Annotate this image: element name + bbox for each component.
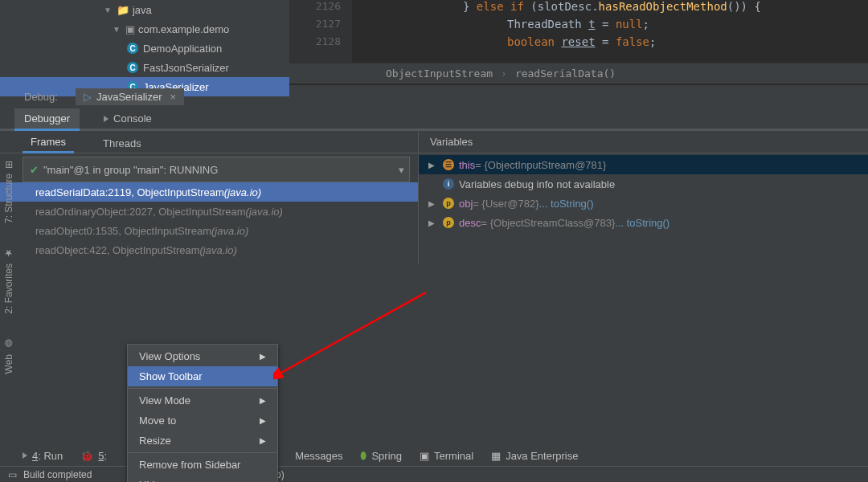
stack-frame[interactable]: main:28, JavaSerializer (com.example.dem… xyxy=(0,259,418,264)
expand-icon: ▼ xyxy=(104,6,117,14)
chevron-right-icon: ▶ xyxy=(260,396,266,405)
project-tree[interactable]: ▼ 📁 java ▼ ▣ com.example.demo C DemoAppl… xyxy=(0,0,289,84)
terminal-icon: ▣ xyxy=(420,450,429,462)
menu-resize[interactable]: Resize▶ xyxy=(128,431,277,451)
menu-remove-sidebar[interactable]: Remove from Sidebar xyxy=(128,455,277,475)
console-icon xyxy=(104,116,108,122)
globe-icon: ◍ xyxy=(3,338,14,349)
status-icon: ▭ xyxy=(8,469,17,480)
leaf-icon: ⬮ xyxy=(360,449,366,462)
expand-icon[interactable]: ▶ xyxy=(425,199,438,208)
menu-view-mode[interactable]: View Mode▶ xyxy=(128,390,277,411)
run-config-icon: ▷ xyxy=(84,91,92,103)
chevron-down-icon[interactable]: ▾ xyxy=(399,164,404,176)
left-rail[interactable]: 7: Structure⊞ 2: Favorites★ Web◍ xyxy=(0,161,18,374)
info-icon: i xyxy=(443,178,454,190)
terminal-button[interactable]: ▣Terminal xyxy=(420,450,473,462)
param-icon: p xyxy=(443,198,454,209)
run-toolwindow-button[interactable]: 4: Run xyxy=(23,450,63,462)
variables-panel: Variables ▶ ☰ this = {ObjectInputStream@… xyxy=(418,131,868,264)
thread-label: "main"@1 in group "main": RUNNING xyxy=(43,164,218,176)
variables-list[interactable]: ▶ ☰ this = {ObjectInputStream@781} i Var… xyxy=(419,153,868,232)
line-number: 2128 xyxy=(289,35,352,53)
star-icon: ★ xyxy=(3,247,14,259)
variable-row: i Variables debug info not available xyxy=(419,174,868,194)
chevron-right-icon: › xyxy=(501,67,507,80)
structure-toolwindow-button[interactable]: 7: Structure⊞ xyxy=(3,161,14,223)
debug-toolwindow-button[interactable]: 🐞5: xyxy=(80,450,107,462)
var-value: = {ObjectStreamClass@783} xyxy=(481,217,615,229)
expand-icon[interactable]: ▶ xyxy=(425,219,438,227)
breadcrumb-item[interactable]: ObjectInputStream xyxy=(386,67,493,80)
frames-list[interactable]: readSerialData:2119, ObjectInputStream (… xyxy=(0,182,418,264)
var-name: obj xyxy=(459,198,473,210)
object-icon: ☰ xyxy=(443,159,454,170)
check-icon: ✔ xyxy=(30,164,39,176)
var-info: Variables debug info not available xyxy=(459,178,615,190)
stack-frame[interactable]: readSerialData:2119, ObjectInputStream (… xyxy=(0,182,418,202)
spring-button[interactable]: ⬮Spring xyxy=(360,449,402,462)
menu-show-toolbar[interactable]: Show Toolbar xyxy=(128,366,277,386)
thread-selector[interactable]: ✔ "main"@1 in group "main": RUNNING ▾ xyxy=(23,157,410,182)
chevron-right-icon: ▶ xyxy=(260,436,266,445)
var-name: desc xyxy=(459,217,481,229)
menu-move-to[interactable]: Move to▶ xyxy=(128,411,277,431)
tree-node-class[interactable]: C FastJsonSerializer xyxy=(0,58,289,77)
menu-hide[interactable]: HideShift+Esc xyxy=(128,475,277,482)
debug-session-tab[interactable]: ▷ JavaSerializer × xyxy=(76,88,184,105)
folder-icon: 📁 xyxy=(117,4,129,16)
menu-view-options[interactable]: View Options▶ xyxy=(128,346,277,366)
class-icon: C xyxy=(127,43,138,54)
package-icon: ▣ xyxy=(125,23,135,35)
close-icon[interactable]: × xyxy=(170,91,177,103)
tab-threads[interactable]: Threads xyxy=(95,134,149,153)
editor-content: } else if (slotDesc.hasReadObjectMethod(… xyxy=(358,0,868,53)
var-tostring[interactable]: ... toString() xyxy=(539,198,594,210)
stack-frame[interactable]: readOrdinaryObject:2027, ObjectInputStre… xyxy=(0,202,418,221)
messages-button[interactable]: Messages xyxy=(295,450,342,462)
param-icon: p xyxy=(443,217,454,228)
context-menu[interactable]: View Options▶ Show Toolbar View Mode▶ Mo… xyxy=(127,344,278,482)
tab-debugger[interactable]: Debugger xyxy=(14,108,80,131)
menu-separator xyxy=(128,452,277,453)
tab-label: Console xyxy=(113,112,152,125)
debug-tab-label: JavaSerializer xyxy=(96,91,162,103)
favorites-toolwindow-button[interactable]: 2: Favorites★ xyxy=(3,247,14,314)
tree-label: java xyxy=(133,4,152,16)
expand-icon[interactable]: ▶ xyxy=(425,161,438,170)
debug-label: Debug: xyxy=(24,91,58,103)
tree-node-class[interactable]: C DemoApplication xyxy=(0,39,289,58)
javaee-button[interactable]: ▦Java Enterprise xyxy=(491,450,578,462)
chevron-right-icon: ▶ xyxy=(260,352,266,361)
var-name: this xyxy=(459,159,475,171)
tree-node-package[interactable]: ▼ ▣ com.example.demo xyxy=(0,19,289,39)
variable-row[interactable]: ▶ p obj = {User@782} ... toString() xyxy=(419,194,868,213)
breadcrumb-item[interactable]: readSerialData() xyxy=(515,67,616,80)
var-value: = {User@782} xyxy=(473,198,538,210)
svg-line-0 xyxy=(280,292,426,374)
tree-label: FastJsonSerializer xyxy=(143,62,229,74)
line-number: 2127 xyxy=(289,18,352,35)
tab-frames[interactable]: Frames xyxy=(23,133,74,153)
variable-row[interactable]: ▶ p desc = {ObjectStreamClass@783} ... t… xyxy=(419,213,868,232)
annotation-arrow xyxy=(273,289,434,386)
debug-toolwindow-header: Debug: ▷ JavaSerializer × xyxy=(0,84,868,108)
web-toolwindow-button[interactable]: Web◍ xyxy=(3,338,14,374)
structure-icon: ⊞ xyxy=(3,161,14,169)
stack-frame[interactable]: readObject0:1535, ObjectInputStream (jav… xyxy=(0,221,418,240)
debug-toolbar: Debugger Console xyxy=(0,108,868,131)
tree-label: com.example.demo xyxy=(138,23,229,35)
stack-frame[interactable]: readObject:422, ObjectInputStream (java.… xyxy=(0,240,418,259)
tab-label: Debugger xyxy=(24,112,70,125)
tree-node-java[interactable]: ▼ 📁 java xyxy=(0,0,289,19)
tab-console[interactable]: Console xyxy=(94,108,162,129)
var-tostring[interactable]: ... toString() xyxy=(615,217,669,229)
code-editor[interactable]: 2126 2127 2128 } else if (slotDesc.hasRe… xyxy=(289,0,868,84)
breadcrumb[interactable]: ObjectInputStream › readSerialData() xyxy=(289,63,868,84)
class-icon: C xyxy=(127,62,138,73)
expand-icon: ▼ xyxy=(113,25,125,34)
variables-title: Variables xyxy=(419,131,868,153)
play-icon xyxy=(23,452,27,459)
line-number: 2126 xyxy=(289,0,352,18)
variable-row[interactable]: ▶ ☰ this = {ObjectInputStream@781} xyxy=(419,155,868,174)
